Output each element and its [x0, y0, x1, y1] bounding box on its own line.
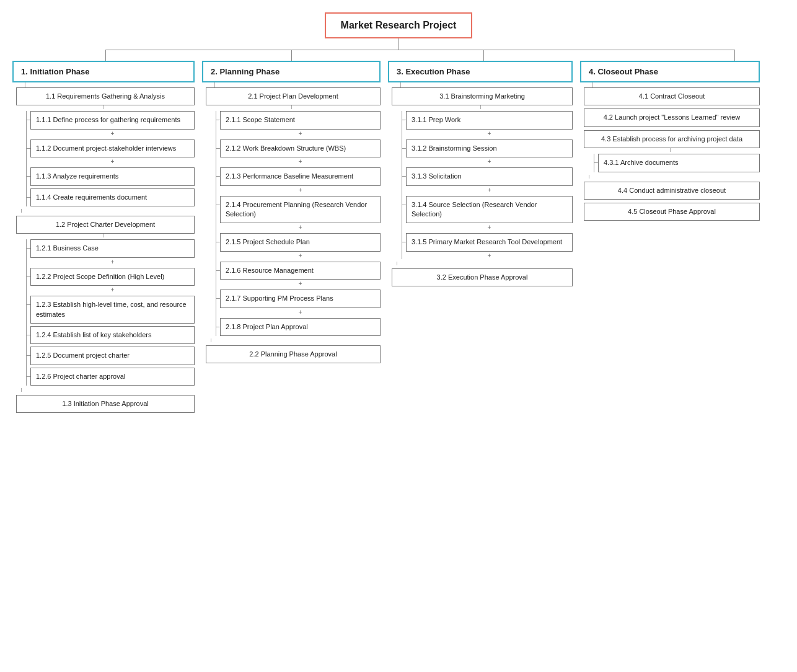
phase3-header: 3. Execution Phase: [388, 61, 573, 82]
node-3-1-5: 3.1.5 Primary Market Research Tool Devel…: [406, 233, 573, 259]
phase1-col: 1. Initiation Phase 1.1 Requirements Gat…: [12, 61, 198, 416]
section-3-1: 3.1 Brainstorming Marketing 3.1.1 Prep W…: [388, 87, 573, 265]
node-1-1-1: 1.1.1 Define process for gathering requi…: [30, 111, 195, 136]
node-4-3-1: 4.3.1 Archive documents: [598, 154, 760, 172]
node-4-3: 4.3 Establish process for archiving proj…: [584, 130, 760, 148]
node-2-2: 2.2 Planning Phase Approval: [206, 345, 381, 363]
children-1-2: 1.2.1 Business Case + 1.2.2 Project Scop…: [26, 239, 195, 386]
node-3-1-4: 3.1.4 Source Selection (Research Vendor …: [406, 196, 573, 231]
root-node: Market Research Project: [12, 12, 785, 38]
section-2-1: 2.1 Project Plan Development 2.1.1 Scope…: [202, 87, 381, 342]
section-2-2: 2.2 Planning Phase Approval: [202, 345, 381, 363]
phase3-col: 3. Execution Phase 3.1 Brainstorming Mar…: [384, 61, 576, 290]
section-4-2: 4.2 Launch project "Lessons Learned" rev…: [580, 108, 760, 126]
node-1-2-6: 1.2.6 Project charter approval: [30, 368, 195, 386]
children-1-1: 1.1.1 Define process for gathering requi…: [26, 111, 195, 206]
node-2-1-2: 2.1.2 Work Breakdown Structure (WBS) +: [220, 139, 381, 165]
node-1-1: 1.1 Requirements Gathering & Analysis: [16, 87, 195, 105]
section-4-3: 4.3 Establish process for archiving proj…: [580, 130, 760, 179]
node-4-5: 4.5 Closeout Phase Approval: [584, 203, 760, 221]
node-4-4: 4.4 Conduct administrative closeout: [584, 182, 760, 200]
node-3-1: 3.1 Brainstorming Marketing: [392, 87, 573, 105]
children-3-1: 3.1.1 Prep Work + 3.1.2 Brainstorming Se…: [402, 111, 573, 259]
diagram-container: Market Research Project 1. Initiation Ph…: [12, 12, 785, 416]
node-1-2-2: 1.2.2 Project Scope Definition (High Lev…: [30, 268, 195, 293]
section-4-5: 4.5 Closeout Phase Approval: [580, 203, 760, 221]
phases-grid: 1. Initiation Phase 1.1 Requirements Gat…: [12, 61, 785, 416]
node-3-1-2: 3.1.2 Brainstorming Session +: [406, 139, 573, 165]
section-4-4: 4.4 Conduct administrative closeout: [580, 182, 760, 200]
phase1-header: 1. Initiation Phase: [12, 61, 195, 82]
section-1-2: 1.2 Project Charter Development 1.2.1 Bu…: [12, 216, 195, 392]
node-1-2: 1.2 Project Charter Development: [16, 216, 195, 234]
node-2-1: 2.1 Project Plan Development: [206, 87, 381, 105]
node-2-1-8: 2.1.8 Project Plan Approval: [220, 318, 381, 336]
node-2-1-3: 2.1.3 Performance Baseline Measurement +: [220, 167, 381, 193]
node-1-2-3: 1.2.3 Establish high-level time, cost, a…: [30, 296, 195, 324]
node-1-2-1: 1.2.1 Business Case +: [30, 239, 195, 265]
node-4-1: 4.1 Contract Closeout: [584, 87, 760, 105]
node-2-1-6: 2.1.6 Resource Management +: [220, 262, 381, 287]
phase2-header: 2. Planning Phase: [202, 61, 381, 82]
node-1-2-5: 1.2.5 Document project charter: [30, 347, 195, 365]
node-1-1-3: 1.1.3 Analyze requirements: [30, 167, 195, 185]
phase4-col: 4. Closeout Phase 4.1 Contract Closeout …: [576, 61, 760, 224]
section-4-1: 4.1 Contract Closeout: [580, 87, 760, 105]
children-2-1: 2.1.1 Scope Statement + 2.1.2 Work Break…: [216, 111, 381, 336]
node-3-2: 3.2 Execution Phase Approval: [392, 268, 573, 286]
node-3-1-3: 3.1.3 Solicitation +: [406, 167, 573, 193]
phase4-header: 4. Closeout Phase: [580, 61, 760, 82]
node-1-3: 1.3 Initiation Phase Approval: [16, 395, 195, 413]
node-1-1-2: 1.1.2 Document project-stakeholder inter…: [30, 139, 195, 165]
node-2-1-7: 2.1.7 Supporting PM Process Plans +: [220, 290, 381, 315]
node-2-1-4: 2.1.4 Procurement Planning (Research Ven…: [220, 196, 381, 231]
node-2-1-5: 2.1.5 Project Schedule Plan +: [220, 233, 381, 259]
section-1-3: 1.3 Initiation Phase Approval: [12, 395, 195, 413]
phase2-col: 2. Planning Phase 2.1 Project Plan Devel…: [198, 61, 384, 366]
children-4-3: 4.3.1 Archive documents: [594, 154, 760, 172]
root-title: Market Research Project: [325, 12, 473, 38]
node-1-2-4: 1.2.4 Establish list of key stakeholders: [30, 326, 195, 344]
section-1-1: 1.1 Requirements Gathering & Analysis 1.…: [12, 87, 195, 213]
node-1-1-4: 1.1.4 Create requirements document: [30, 188, 195, 206]
section-3-2: 3.2 Execution Phase Approval: [388, 268, 573, 286]
node-4-2: 4.2 Launch project "Lessons Learned" rev…: [584, 108, 760, 126]
node-2-1-1: 2.1.1 Scope Statement +: [220, 111, 381, 136]
node-3-1-1: 3.1.1 Prep Work +: [406, 111, 573, 136]
